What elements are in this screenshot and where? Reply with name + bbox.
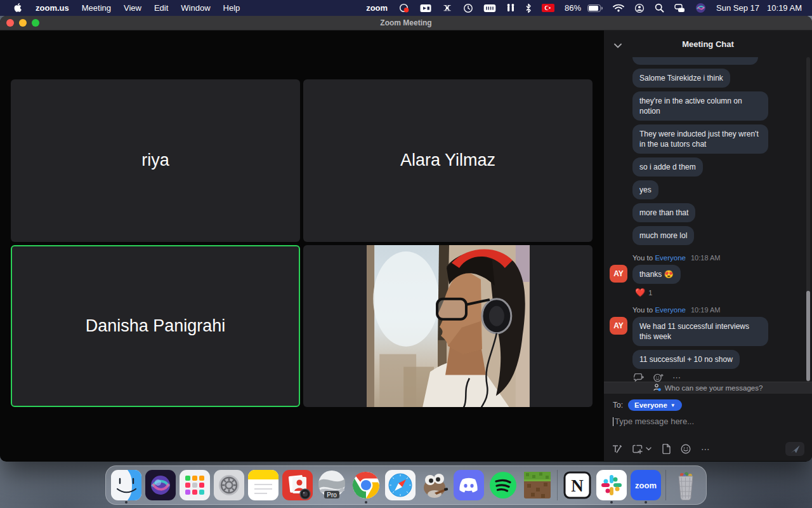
photo-booth-dock-icon[interactable] xyxy=(280,465,315,505)
menu-date[interactable]: Sun Sep 17 xyxy=(711,3,762,13)
slack-dock-icon[interactable] xyxy=(594,465,629,505)
message-more-icon[interactable]: ⋯ xyxy=(672,373,681,382)
finder-dock-icon[interactable] xyxy=(109,465,143,505)
time-machine-icon[interactable] xyxy=(458,0,478,16)
trash-dock-icon[interactable] xyxy=(669,465,703,505)
chat-bubble[interactable]: yes xyxy=(632,180,658,199)
collapse-chat-chevron-icon[interactable] xyxy=(614,39,622,51)
apple-menu-icon[interactable] xyxy=(8,0,29,16)
menu-time[interactable]: 10:19 AM xyxy=(762,3,804,13)
svg-text:zoom: zoom xyxy=(635,481,657,490)
participant-tile-video[interactable] xyxy=(303,245,593,408)
message-input-placeholder: Type message here... xyxy=(615,417,694,426)
add-reaction-icon[interactable] xyxy=(653,373,664,382)
message-timestamp: 10:19 AM xyxy=(691,306,720,314)
reaction-count: 1 xyxy=(648,289,652,297)
message-reaction[interactable]: ❤️1 xyxy=(635,288,803,297)
participant-grid: riya Alara Yilmaz Danisha Panigrahi xyxy=(11,79,593,407)
emoji-picker-icon[interactable] xyxy=(681,444,691,454)
chat-bubble[interactable]: Salome Tsirekidze i think xyxy=(632,69,730,88)
message-input[interactable]: Type message here... xyxy=(613,417,803,426)
recipient-link[interactable]: Everyone xyxy=(655,254,686,262)
drone-icon[interactable] xyxy=(436,0,458,16)
battery-percent: 86% xyxy=(560,0,582,16)
menu-window[interactable]: Window xyxy=(174,0,216,16)
window-titlebar[interactable]: Zoom Meeting xyxy=(0,16,812,30)
chat-privacy-bar[interactable]: Who can see your messages? xyxy=(604,382,812,394)
recipient-link[interactable]: Everyone xyxy=(655,306,686,314)
siri-icon[interactable] xyxy=(690,0,711,16)
chrome-dock-icon[interactable] xyxy=(349,465,383,505)
siri-dock-icon[interactable] xyxy=(143,465,178,505)
minecraft-dock-icon[interactable] xyxy=(520,465,554,505)
participant-tile-alara[interactable]: Alara Yilmaz xyxy=(303,79,593,242)
menu-zoom-status[interactable]: zoom xyxy=(360,0,394,16)
format-text-icon[interactable] xyxy=(612,444,622,454)
chat-panel-title: Meeting Chat xyxy=(682,39,734,49)
send-message-button[interactable] xyxy=(785,442,804,456)
menu-edit[interactable]: Edit xyxy=(148,0,174,16)
quote-reply-icon[interactable] xyxy=(634,373,645,382)
attach-file-icon[interactable] xyxy=(662,444,671,454)
notes-dock-icon[interactable] xyxy=(246,465,280,505)
to-label: To: xyxy=(613,401,623,410)
displays-icon[interactable] xyxy=(669,0,690,16)
chat-bubble[interactable]: 11 successful + 10 no show xyxy=(632,350,740,369)
bluetooth-icon[interactable] xyxy=(520,0,537,16)
google-earth-pro-dock-icon[interactable]: Pro xyxy=(315,465,349,505)
running-indicator-dot xyxy=(365,501,367,504)
video-area: riya Alara Yilmaz Danisha Panigrahi xyxy=(0,30,604,461)
dock-divider xyxy=(557,470,558,500)
participant-tile-riya[interactable]: riya xyxy=(11,79,300,242)
dock: ProNzoom xyxy=(105,465,707,505)
menu-app-name[interactable]: zoom.us xyxy=(29,0,75,16)
menu-bar: zoom.us MeetingViewEditWindowHelp zoom 8… xyxy=(0,0,812,16)
zoom-dock-icon[interactable]: zoom xyxy=(629,465,663,505)
chat-bubble[interactable]: more than that xyxy=(632,203,695,222)
avatar: AY xyxy=(610,317,627,335)
chat-bubble[interactable]: they're in the active column on notion xyxy=(632,91,768,121)
chat-bubble[interactable]: We had 11 successful interviews this wee… xyxy=(632,317,768,346)
svg-text:Pro: Pro xyxy=(327,491,337,498)
safari-dock-icon[interactable] xyxy=(383,465,417,505)
spotify-dock-icon[interactable] xyxy=(486,465,520,505)
chat-message-list[interactable]: Salome Tsirekidze i thinkthey're in the … xyxy=(604,57,812,382)
screenshot-chevron-icon xyxy=(646,447,652,451)
chat-bubble[interactable]: so i adde d them xyxy=(632,157,703,177)
keyboard-icon[interactable] xyxy=(478,0,501,16)
zoom-meeting-window: Zoom Meeting riya Alara Yilmaz Danisha P… xyxy=(0,16,812,462)
record-icon[interactable] xyxy=(394,0,415,16)
menu-view[interactable]: View xyxy=(117,0,148,16)
notion-dock-icon[interactable]: N xyxy=(560,465,594,505)
svg-text:N: N xyxy=(571,476,584,495)
participant-name: riya xyxy=(141,150,169,170)
participant-tile-danisha-active-speaker[interactable]: Danisha Panigrahi xyxy=(11,245,300,408)
user-icon[interactable] xyxy=(629,0,650,16)
more-compose-options-icon[interactable]: ⋯ xyxy=(701,444,711,454)
screenshot-icon[interactable] xyxy=(632,444,652,454)
pip-icon[interactable] xyxy=(415,0,436,16)
chat-bubble[interactable]: thanks 😍 xyxy=(632,265,681,284)
recipient-selector[interactable]: Everyone ▼ xyxy=(628,399,682,411)
message-timestamp: 10:18 AM xyxy=(691,254,720,262)
flag-tr-icon[interactable] xyxy=(537,0,560,16)
message-group-header: You to Everyone10:19 AMAY xyxy=(632,306,803,314)
running-indicator-dot xyxy=(645,501,647,504)
launchpad-dock-icon[interactable] xyxy=(178,465,212,505)
discord-dock-icon[interactable] xyxy=(452,465,486,505)
menu-meeting[interactable]: Meeting xyxy=(75,0,117,16)
chat-scrollbar-thumb[interactable] xyxy=(806,291,810,381)
text-caret xyxy=(613,417,613,426)
sender-name: You xyxy=(632,306,645,314)
chat-header: Meeting Chat xyxy=(604,30,812,57)
chat-bubble[interactable]: much more lol xyxy=(632,226,694,245)
battery-icon[interactable] xyxy=(582,0,608,16)
privacy-person-icon xyxy=(653,384,661,392)
chat-bubble[interactable]: They were inducted just they wren't in t… xyxy=(632,124,768,154)
gimp-dock-icon[interactable] xyxy=(417,465,452,505)
earpods-icon[interactable] xyxy=(501,0,520,16)
spotlight-icon[interactable] xyxy=(650,0,669,16)
settings-dock-icon[interactable] xyxy=(212,465,246,505)
menu-help[interactable]: Help xyxy=(217,0,247,16)
wifi-icon[interactable] xyxy=(608,0,629,16)
